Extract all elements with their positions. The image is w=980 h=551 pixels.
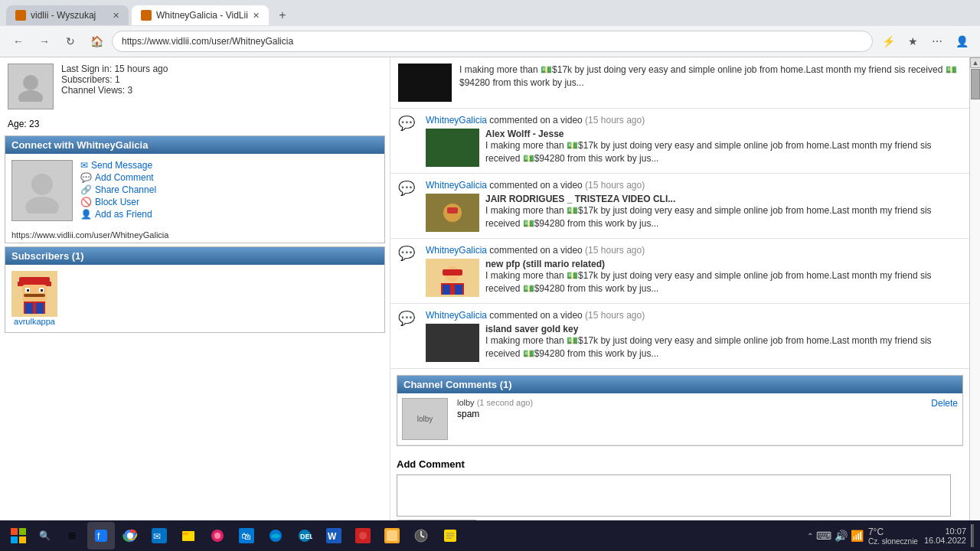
add-comment-title: Add Comment	[397, 458, 963, 470]
chat-app[interactable]: f	[87, 522, 115, 549]
bookmarks-button[interactable]: ★	[902, 31, 923, 52]
activity-feed: I making more than 💵$17k by just doing v…	[390, 57, 969, 369]
scrollbar-track	[970, 68, 980, 536]
start-button[interactable]	[6, 523, 31, 548]
comment-meta-0: lolby (1 second ago)	[457, 398, 922, 407]
comment-input[interactable]	[397, 474, 951, 517]
svg-point-39	[214, 533, 220, 539]
more-button[interactable]: ⋯	[926, 31, 948, 52]
finder-app[interactable]	[378, 522, 406, 549]
video-thumb-4	[426, 324, 479, 362]
forward-button[interactable]: →	[34, 31, 55, 52]
activity-user-link[interactable]: WhitneyGalicia	[426, 245, 487, 256]
svg-rect-11	[41, 289, 43, 292]
comment-text-0: spam	[457, 409, 922, 419]
browser-tab-1[interactable]: vidlii - Wyszukaj ✕	[6, 5, 129, 25]
svg-rect-27	[11, 536, 18, 543]
svg-text:✉: ✉	[153, 531, 161, 542]
add-comment-link[interactable]: 💬 Add Comment	[80, 172, 156, 183]
video-thumb-2	[426, 194, 479, 232]
volume-icon[interactable]: 🔊	[835, 530, 848, 542]
svg-rect-15	[36, 303, 44, 314]
clock-widget: 10:07 16.04.2022	[924, 527, 966, 545]
subscriber-item[interactable]: avrulkappa	[11, 271, 57, 326]
profile-info: Last Sign in: 15 hours ago Subscribers: …	[0, 57, 390, 116]
activity-user-link[interactable]: WhitneyGalicia	[426, 115, 487, 126]
share-channel-label: Share Channel	[95, 184, 156, 195]
back-button[interactable]: ←	[8, 31, 29, 52]
channel-comments-section: Channel Comments (1) lolby lolby (1 seco…	[397, 375, 963, 446]
reload-button[interactable]: ↻	[60, 31, 81, 52]
activity-header-4: WhitneyGalicia commented on a video (15 …	[426, 310, 962, 321]
sidebar: Last Sign in: 15 hours ago Subscribers: …	[0, 57, 390, 547]
send-message-label: Send Message	[91, 160, 152, 171]
video-title-2: JAIR RODRIGUES _ TRISTEZA VIDEO CLI...	[485, 194, 962, 204]
photos-app[interactable]	[204, 522, 231, 549]
network-icon[interactable]: 📶	[851, 530, 864, 542]
taskview-button[interactable]: ⊞	[58, 522, 86, 549]
activity-icon-4: 💬	[398, 310, 415, 362]
chrome-app[interactable]	[116, 522, 144, 549]
activity-content-3: new pfp (still mario related) I making m…	[426, 259, 962, 297]
search-button[interactable]: 🔍	[34, 525, 55, 546]
profile-button[interactable]: 👤	[951, 31, 972, 52]
new-tab-button[interactable]: +	[272, 5, 293, 26]
svg-rect-37	[182, 533, 188, 535]
delete-comment-button[interactable]: Delete	[926, 393, 962, 445]
dell-app[interactable]: DELL	[291, 522, 318, 549]
keyboard-icon[interactable]: ⌨	[816, 530, 831, 542]
connect-body: ✉ Send Message 💬 Add Comment 🔗 Share Cha…	[5, 154, 384, 227]
svg-rect-10	[27, 289, 29, 292]
notes-app[interactable]	[436, 522, 464, 549]
game-app[interactable]	[349, 522, 377, 549]
activity-text-4: I making more than 💵$17k by just doing v…	[485, 334, 962, 360]
scrollbar-thumb[interactable]	[971, 69, 980, 99]
activity-user-link[interactable]: WhitneyGalicia	[426, 180, 487, 191]
subscribers-count: Subscribers: 1	[61, 74, 168, 85]
svg-point-0	[23, 75, 38, 90]
activity-text-2: I making more than 💵$17k by just doing v…	[485, 204, 962, 230]
tab2-icon	[141, 10, 152, 21]
activity-info-0: I making more than 💵$17k by just doing v…	[459, 64, 962, 102]
tab2-title: WhitneyGalicia - VidLii	[156, 10, 248, 21]
activity-content-2: JAIR RODRIGUES _ TRISTEZA VIDEO CLI... I…	[426, 194, 962, 232]
commenter-name-small: lolby	[417, 415, 433, 423]
share-channel-link[interactable]: 🔗 Share Channel	[80, 184, 156, 195]
friend-icon: 👤	[80, 209, 92, 220]
svg-rect-23	[443, 285, 450, 295]
main-content: I making more than 💵$17k by just doing v…	[390, 57, 969, 547]
mail-app[interactable]: ✉	[145, 522, 173, 549]
svg-rect-18	[447, 207, 458, 214]
word-app[interactable]: W	[320, 522, 348, 549]
browser-tab-2[interactable]: WhitneyGalicia - VidLii ✕	[132, 5, 269, 25]
video-title-4: island saver gold key	[485, 324, 962, 334]
time-display: 10:07	[924, 527, 966, 536]
add-as-friend-label: Add as Friend	[95, 209, 152, 220]
activity-header-2: WhitneyGalicia commented on a video (15 …	[426, 180, 962, 191]
files-app[interactable]	[175, 522, 202, 549]
store-app[interactable]: 🛍	[233, 522, 260, 549]
chevron-up-icon[interactable]: ⌃	[807, 532, 813, 540]
activity-item-0: I making more than 💵$17k by just doing v…	[390, 57, 969, 109]
block-user-link[interactable]: 🚫 Block User	[80, 197, 156, 207]
activity-user-link[interactable]: WhitneyGalicia	[426, 310, 487, 321]
taskbar-clock-weather: 7°C Cz. słonecznie 10:07 16.04.2022	[868, 527, 966, 546]
edge-app[interactable]	[262, 522, 289, 549]
activity-meta-1: WhitneyGalicia commented on a video (15 …	[426, 115, 962, 167]
tab2-close[interactable]: ✕	[253, 11, 260, 21]
scroll-up-arrow[interactable]: ▲	[970, 57, 980, 68]
commenter-name: lolby	[457, 398, 475, 407]
home-button[interactable]: 🏠	[86, 31, 107, 52]
video-title-3: new pfp (still mario related)	[485, 259, 962, 269]
add-as-friend-link[interactable]: 👤 Add as Friend	[80, 209, 156, 220]
address-bar[interactable]: https://www.vidlii.com/user/WhitneyGalic…	[112, 31, 873, 52]
comment-avatar-0: lolby	[402, 398, 448, 440]
weather-widget: 7°C Cz. słonecznie	[868, 527, 918, 546]
tab1-close[interactable]: ✕	[113, 11, 119, 21]
send-message-link[interactable]: ✉ Send Message	[80, 160, 156, 171]
clock-app[interactable]	[407, 522, 435, 549]
comment-icon: 💬	[80, 172, 92, 183]
tab1-icon	[15, 10, 26, 21]
extensions-button[interactable]: ⚡	[877, 31, 899, 52]
show-desktop-button[interactable]	[971, 524, 974, 547]
